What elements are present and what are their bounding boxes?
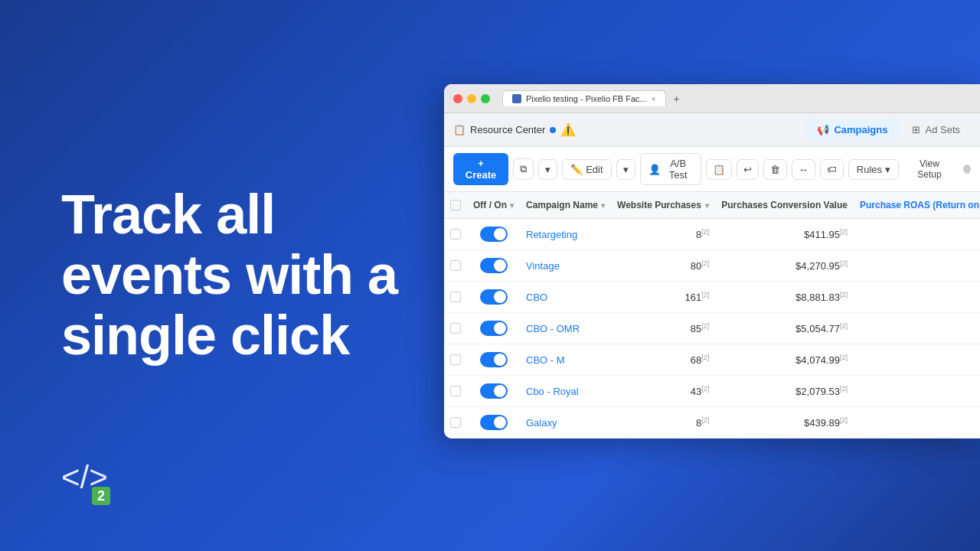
tab-favicon: [512, 94, 521, 103]
table-row: CBO - M 68[2] $4,074.99[2] 2.97[2] $4,07: [444, 344, 980, 376]
row-toggle-cell: [467, 407, 520, 439]
row-checkbox[interactable]: [450, 417, 461, 428]
app-header: 📋 Resource Center ⚠️ 📢 Campaigns ⊞ Ad Se…: [444, 113, 980, 147]
row-checkbox[interactable]: [450, 229, 461, 240]
row-roas: 3.26[2]: [854, 282, 980, 313]
row-checkbox[interactable]: [450, 386, 461, 396]
traffic-lights: [453, 94, 490, 103]
rules-dropdown-icon: ▾: [885, 164, 890, 175]
duplicate-dropdown-button[interactable]: ▾: [538, 159, 557, 180]
create-button-label: + Create: [464, 158, 498, 181]
logo-badge-number: 2: [92, 487, 110, 505]
row-conversion-value: $439.89[2]: [715, 407, 854, 439]
row-checkbox-cell: [444, 344, 467, 376]
row-checkbox-cell: [444, 313, 467, 344]
campaigns-table: Off / On ▾ Campaign Name ▾ Website Purch…: [444, 192, 980, 439]
th-conversion-value-label: Purchases Conversion Value: [721, 200, 848, 210]
row-toggle[interactable]: [480, 415, 508, 430]
ab-test-icon: 👤: [648, 164, 661, 175]
th-checkbox: [444, 192, 467, 219]
campaign-name-link[interactable]: Vintage: [526, 260, 560, 272]
user-avatar: [963, 165, 971, 174]
rules-button[interactable]: Rules ▾: [848, 159, 899, 180]
copy-button[interactable]: 📋: [706, 159, 732, 180]
campaigns-tab[interactable]: 📢 Campaigns: [806, 119, 898, 140]
resource-center[interactable]: 📋 Resource Center ⚠️: [453, 122, 576, 137]
purchases-sort-icon: ▾: [705, 201, 709, 210]
row-purchases: 85[2]: [611, 313, 715, 344]
th-conversion-value: Purchases Conversion Value: [715, 192, 854, 219]
campaign-name-link[interactable]: CBO - M: [526, 354, 565, 366]
th-toggle-label: Off / On: [473, 200, 507, 210]
row-campaign-name: Galaxy: [520, 407, 611, 439]
row-conversion-value: $5,054.77[2]: [715, 313, 854, 344]
notification-dot: [550, 127, 556, 133]
row-checkbox[interactable]: [450, 292, 461, 302]
th-roas: Purchase ROAS (Return on Ad Spend) ▾ ↑: [854, 192, 980, 219]
tag-button[interactable]: 🏷: [820, 159, 844, 180]
campaigns-label: Campaigns: [834, 124, 887, 135]
tab-title: Pixelio testing - Pixelio FB Fac...: [526, 94, 647, 103]
edit-dropdown-button[interactable]: ▾: [616, 159, 635, 180]
row-conversion-value: $4,270.95[2]: [715, 250, 854, 282]
row-conversion-value: $8,881.83[2]: [715, 282, 854, 313]
duplicate-button[interactable]: ⧉: [513, 158, 534, 180]
nav-tabs: 📢 Campaigns ⊞ Ad Sets: [806, 119, 971, 140]
delete-button[interactable]: 🗑: [763, 159, 787, 180]
table-header-row: Off / On ▾ Campaign Name ▾ Website Purch…: [444, 192, 980, 219]
table-row: CBO 161[2] $8,881.83[2] 3.26[2] $8,88: [444, 282, 980, 313]
edit-button[interactable]: ✏️ Edit: [562, 159, 611, 180]
create-button[interactable]: + Create: [453, 153, 508, 185]
tab-close-button[interactable]: ×: [652, 95, 656, 103]
undo-button[interactable]: ↩: [737, 159, 759, 180]
row-roas: 3.03[2]: [854, 313, 980, 344]
toolbar: + Create ⧉ ▾ ✏️ Edit ▾ 👤 A/B Test 📋 ↩ 🗑 …: [444, 147, 980, 192]
row-toggle[interactable]: [480, 352, 508, 367]
resource-center-label: Resource Center: [470, 124, 545, 135]
campaign-name-link[interactable]: Galaxy: [526, 417, 557, 429]
row-conversion-value: $4,074.99[2]: [715, 344, 854, 376]
row-toggle[interactable]: [480, 227, 508, 242]
th-campaign-name: Campaign Name ▾: [520, 192, 611, 219]
row-checkbox[interactable]: [450, 323, 461, 334]
logo-icon: </> 2: [61, 459, 107, 505]
row-conversion-value: $411.95[2]: [715, 219, 854, 250]
row-campaign-name: Retargeting: [520, 219, 611, 250]
row-toggle[interactable]: [480, 383, 508, 399]
view-setup-button[interactable]: View Setup: [903, 155, 956, 183]
row-toggle[interactable]: [480, 321, 508, 336]
row-purchases: 161[2]: [611, 282, 715, 313]
select-all-checkbox[interactable]: [450, 200, 461, 210]
campaign-name-link[interactable]: Retargeting: [526, 229, 577, 240]
row-roas: 2.97[2]: [854, 344, 980, 376]
row-checkbox[interactable]: [450, 260, 461, 271]
new-tab-button[interactable]: +: [669, 91, 684, 106]
edit-icon: ✏️: [570, 164, 583, 175]
maximize-button-green[interactable]: [481, 94, 490, 103]
row-purchases: 8[2]: [611, 407, 715, 439]
campaign-name-link[interactable]: CBO - OMR: [526, 323, 580, 334]
row-conversion-value: $2,079.53[2]: [715, 376, 854, 407]
row-purchases: 8[2]: [611, 219, 715, 250]
rules-label: Rules: [857, 164, 882, 175]
refresh-button[interactable]: ↔: [792, 159, 815, 180]
row-checkbox-cell: [444, 219, 467, 250]
row-roas: 4.27[2]: [854, 250, 980, 282]
row-campaign-name: Vintage: [520, 250, 611, 282]
minimize-button-yellow[interactable]: [467, 94, 476, 103]
th-website-purchases: Website Purchases ▾: [611, 192, 715, 219]
row-checkbox[interactable]: [450, 354, 461, 365]
active-tab[interactable]: Pixelio testing - Pixelio FB Fac... ×: [502, 90, 666, 106]
row-toggle[interactable]: [480, 289, 508, 305]
row-toggle-cell: [467, 344, 520, 376]
campaign-name-link[interactable]: CBO: [526, 292, 547, 303]
ab-test-button[interactable]: 👤 A/B Test: [640, 153, 701, 185]
th-campaign-name-label: Campaign Name: [526, 200, 598, 210]
close-button-red[interactable]: [453, 94, 462, 103]
campaign-name-link[interactable]: Cbo - Royal: [526, 386, 579, 397]
row-toggle[interactable]: [480, 258, 508, 273]
adsets-tab[interactable]: ⊞ Ad Sets: [901, 119, 971, 140]
row-toggle-cell: [467, 250, 520, 282]
row-toggle-cell: [467, 376, 520, 407]
resource-center-icon: 📋: [453, 124, 466, 135]
